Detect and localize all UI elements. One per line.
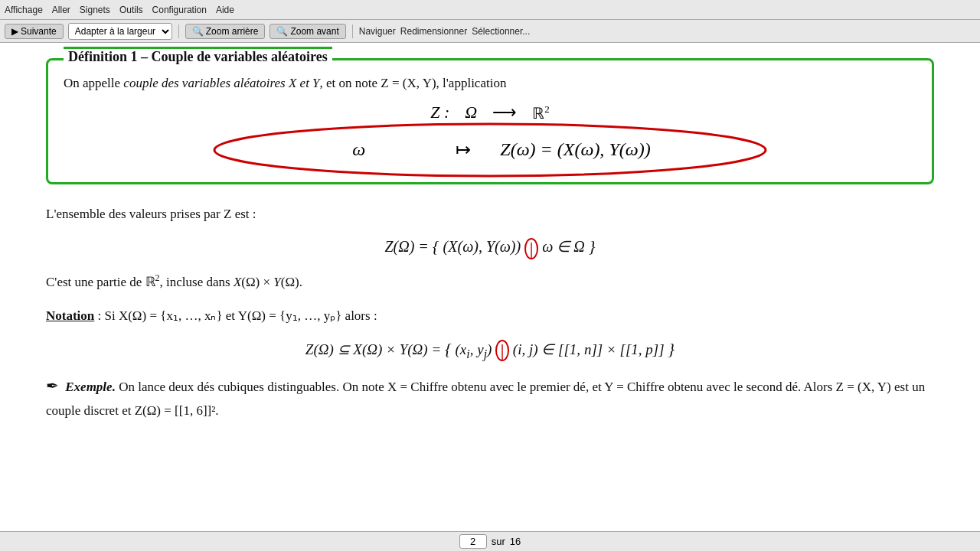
definition-title-text: Définition 1 – Couple de variables aléat…: [68, 49, 328, 64]
ellipse-content: ω ↦ Z(ω) = (X(ω), Y(ω)): [299, 130, 681, 170]
menu-configuration[interactable]: Configuration: [152, 5, 207, 15]
content-area: Définition 1 – Couple de variables aléat…: [0, 43, 980, 531]
zoom-fwd-button[interactable]: 🔍 Zoom avant: [270, 24, 345, 39]
mapping-arrow2: ↦: [456, 139, 471, 161]
mapping-z-colon: Z :: [430, 103, 449, 122]
menu-affichage[interactable]: Affichage: [5, 5, 43, 15]
separator-2: [352, 24, 353, 38]
menu-outils[interactable]: Outils: [119, 5, 143, 15]
formula2-text: Z(Ω) ⊆ X(Ω) × Y(Ω) = { (xi, yj) | (i, j)…: [305, 339, 675, 362]
definition-box: Définition 1 – Couple de variables aléat…: [46, 58, 934, 184]
menu-aide[interactable]: Aide: [216, 5, 234, 15]
next-button[interactable]: ▶ Suivante: [5, 24, 64, 39]
example-label: Exemple.: [65, 380, 116, 394]
notation-text: : Si X(Ω) = {x₁, …, xₙ} et Y(Ω) = {y₁, ……: [94, 308, 377, 323]
definition-intro-part: On appelle: [64, 76, 123, 90]
next-label: Suivante: [21, 26, 57, 37]
page-input[interactable]: [459, 534, 487, 549]
formula1-block: Z(Ω) = { (X(ω), Y(ω)) | ω ∈ Ω }: [46, 236, 934, 259]
menu-signets[interactable]: Signets: [80, 5, 110, 15]
formula1-text: Z(Ω) = { (X(ω), Y(ω)) | ω ∈ Ω }: [384, 236, 595, 259]
next-arrow-icon: ▶: [11, 26, 18, 37]
example-text: ✒ Exemple. On lance deux dés cubiques di…: [46, 372, 934, 423]
body-text-2: C'est une partie de ℝ2, incluse dans X(Ω…: [46, 270, 934, 294]
formula-block: Z : Ω ⟶ ℝ2 ω ↦ Z(ω) = (X(ω), Y(ω)): [64, 103, 916, 170]
body1-content: L'ensemble des valeurs prises par Z est …: [46, 207, 256, 221]
menu-aller[interactable]: Aller: [52, 5, 70, 15]
zoom-back-label: Zoom arrière: [206, 26, 259, 37]
page-sep: sur: [492, 536, 505, 547]
body-text-1: L'ensemble des valeurs prises par Z est …: [46, 203, 934, 227]
page-total: 16: [510, 536, 521, 547]
resize-label[interactable]: Redimensionner: [400, 26, 467, 37]
definition-after: , et on note Z = (X, Y), l'application: [320, 76, 507, 90]
select-label[interactable]: Sélectionner...: [472, 26, 530, 37]
example-content: On lance deux dés cubiques distinguables…: [46, 380, 925, 418]
navigate-label[interactable]: Naviguer: [359, 26, 396, 37]
mapping-r2: ℝ2: [532, 103, 550, 122]
zoom-back-button[interactable]: 🔍 Zoom arrière: [185, 24, 266, 39]
zoom-select[interactable]: Adapter à la largeur: [68, 23, 172, 40]
mapping-omega: Ω: [465, 103, 477, 122]
example-icon: ✒: [46, 377, 59, 394]
zoom-back-icon: 🔍: [192, 26, 204, 37]
zoom-fwd-icon: 🔍: [276, 26, 288, 37]
ellipse-row: ω ↦ Z(ω) = (X(ω), Y(ω)): [299, 130, 681, 170]
notation-label: Notation: [46, 308, 94, 323]
mapping-arrow: ⟶: [492, 103, 517, 122]
definition-intro-text: On appelle couple des variables aléatoir…: [64, 73, 916, 95]
zoom-fwd-label: Zoom avant: [290, 26, 338, 37]
formula2-block: Z(Ω) ⊆ X(Ω) × Y(Ω) = { (xi, yj) | (i, j)…: [46, 339, 934, 362]
mapping-top-row: Z : Ω ⟶ ℝ2: [430, 103, 550, 122]
menu-bar: Affichage Aller Signets Outils Configura…: [0, 0, 980, 20]
mapping-omega2: ω: [352, 139, 365, 160]
notation-line: Notation : Si X(Ω) = {x₁, …, xₙ} et Y(Ω)…: [46, 305, 934, 328]
definition-title: Définition 1 – Couple de variables aléat…: [64, 47, 332, 65]
menu-items[interactable]: Affichage Aller Signets Outils Configura…: [5, 5, 234, 15]
nav-toolbar: ▶ Suivante Adapter à la largeur 🔍 Zoom a…: [0, 20, 980, 43]
mapping-result: Z(ω) = (X(ω), Y(ω)): [500, 139, 650, 160]
separator-1: [178, 24, 179, 38]
status-bar: sur 16: [0, 531, 980, 551]
definition-italic: couple des variables aléatoires X et Y: [123, 76, 319, 90]
